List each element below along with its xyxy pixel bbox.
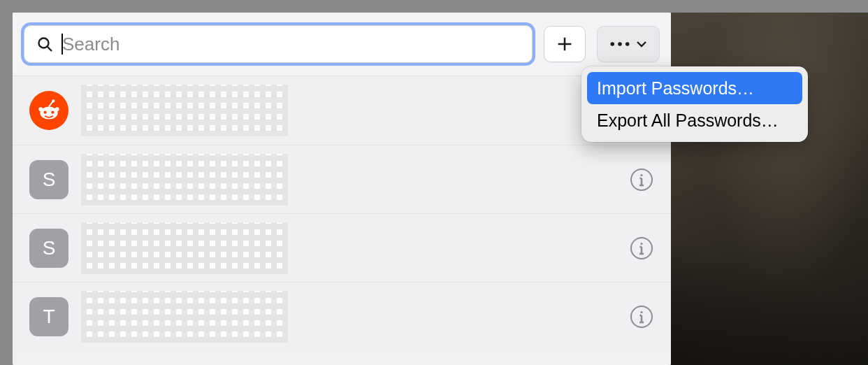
add-button[interactable]	[544, 26, 586, 62]
info-button[interactable]	[629, 167, 654, 192]
info-button[interactable]	[629, 236, 654, 261]
chevron-down-icon	[636, 41, 647, 48]
avatar-letter: S	[29, 229, 68, 268]
redacted-content	[81, 85, 288, 136]
menu-item-import-passwords[interactable]: Import Passwords…	[587, 72, 802, 104]
svg-point-13	[52, 99, 55, 102]
svg-line-12	[49, 101, 52, 106]
avatar-letter: S	[29, 160, 68, 199]
menu-item-export-all-passwords[interactable]: Export All Passwords…	[587, 104, 802, 136]
search-field-wrap	[24, 25, 533, 63]
reddit-icon	[36, 98, 62, 123]
more-menu-dropdown: Import Passwords… Export All Passwords…	[581, 66, 808, 142]
redacted-content	[81, 291, 288, 343]
list-item[interactable]: T	[13, 282, 671, 350]
desktop-background	[671, 13, 868, 365]
plus-icon	[555, 34, 574, 54]
svg-point-9	[51, 111, 54, 114]
search-input[interactable]	[24, 25, 533, 63]
svg-point-20	[640, 242, 642, 244]
svg-point-10	[38, 107, 43, 111]
svg-point-8	[43, 111, 46, 114]
svg-point-25	[640, 310, 642, 313]
menu-item-label: Import Passwords…	[597, 78, 754, 99]
more-button[interactable]	[597, 26, 660, 62]
list-item[interactable]: S	[13, 213, 671, 282]
info-icon	[629, 236, 654, 261]
menu-item-label: Export All Passwords…	[597, 110, 779, 131]
svg-point-11	[55, 107, 59, 111]
text-cursor	[62, 34, 63, 55]
svg-point-6	[625, 42, 630, 46]
avatar-initial: S	[43, 237, 56, 259]
avatar-initial: T	[43, 306, 55, 328]
toolbar	[13, 13, 671, 76]
avatar-letter: T	[29, 297, 68, 336]
info-button[interactable]	[629, 304, 654, 329]
avatar-initial: S	[43, 169, 56, 191]
passwords-panel: S S	[13, 13, 671, 365]
svg-point-4	[611, 42, 615, 46]
list-item[interactable]: S	[13, 145, 671, 213]
info-icon	[629, 167, 654, 192]
redacted-content	[81, 154, 288, 206]
svg-point-5	[618, 42, 622, 46]
svg-point-15	[640, 173, 642, 176]
more-icon	[609, 41, 630, 48]
avatar-reddit	[29, 91, 68, 130]
redacted-content	[81, 222, 288, 274]
password-list: S S	[13, 76, 671, 350]
list-item[interactable]	[13, 76, 671, 145]
info-icon	[629, 304, 654, 329]
